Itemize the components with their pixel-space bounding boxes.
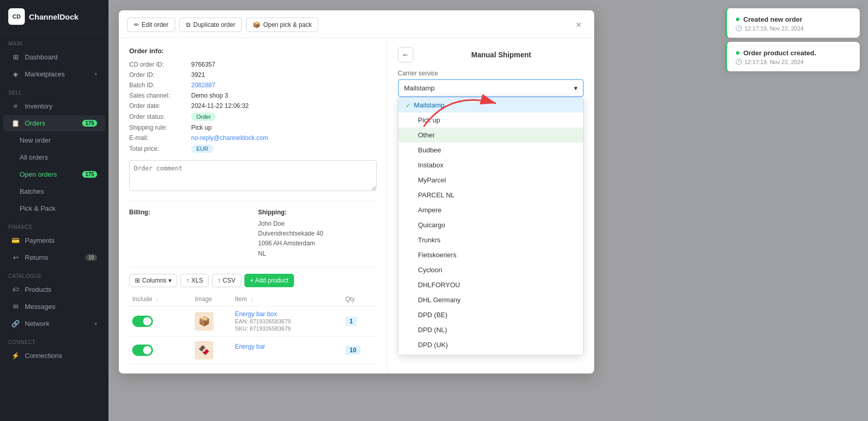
- order-date-value: 2024-11-22 12:06:32: [191, 102, 249, 110]
- carrier-option-fietskoeriers[interactable]: Fietskoeriers: [398, 247, 583, 262]
- carrier-label: MyParcel: [418, 176, 446, 184]
- inventory-icon: ≡: [11, 102, 20, 110]
- payments-icon: 💳: [11, 237, 20, 244]
- carrier-option-ampere[interactable]: Ampere: [398, 202, 583, 217]
- order-id-row: Order ID: 3921: [129, 71, 377, 79]
- sidebar-item-marketplaces[interactable]: ◈ Marketplaces ▾: [3, 66, 105, 82]
- carrier-option-instabox[interactable]: Instabox: [398, 158, 583, 173]
- sidebar-item-network[interactable]: 🔗 Network ▾: [3, 316, 105, 332]
- include-header: Include ↕: [129, 292, 182, 306]
- sidebar-item-payments[interactable]: 💳 Payments: [3, 232, 105, 248]
- order-status-row: Order status: Order: [129, 113, 377, 121]
- batch-id-value[interactable]: 2082887: [191, 82, 215, 89]
- order-info-title: Order info:: [129, 47, 377, 55]
- sidebar-item-pick-pack[interactable]: Pick & Pack: [3, 200, 105, 216]
- open-pick-pack-label: Open pick & pack: [263, 21, 312, 28]
- sidebar-item-connections[interactable]: ⚡ Connections: [3, 348, 105, 364]
- carrier-option-fedex-be[interactable]: Fedex (BE): [398, 352, 583, 355]
- carrier-option-trunkrs[interactable]: Trunkrs: [398, 232, 583, 247]
- email-label: E-mail:: [129, 134, 191, 142]
- logo-text: ChannelDock: [29, 12, 79, 21]
- include-toggle[interactable]: [132, 345, 153, 356]
- sidebar-item-inventory[interactable]: ≡ Inventory: [3, 98, 105, 114]
- order-comment-input[interactable]: [129, 160, 377, 191]
- messages-icon: ✉: [11, 303, 20, 310]
- sidebar-item-orders[interactable]: 📋 Orders 175: [3, 115, 105, 131]
- carrier-option-budbee[interactable]: Budbee: [398, 143, 583, 158]
- csv-button[interactable]: ↑ CSV: [212, 274, 241, 287]
- carrier-option-cycloon[interactable]: Cycloon: [398, 262, 583, 277]
- item-header: Item ↕: [232, 292, 332, 306]
- carrier-label: Instabox: [418, 161, 443, 169]
- open-orders-badge: 175: [82, 171, 97, 178]
- columns-button[interactable]: ⊞ Columns ▾: [129, 274, 177, 287]
- sidebar-item-label: Dashboard: [25, 53, 58, 61]
- email-value[interactable]: no-reply@channeldock.com: [191, 134, 268, 142]
- sidebar-section-catalogue: CATALOGUE: [0, 266, 109, 281]
- csv-icon: ↑: [218, 277, 221, 284]
- xls-button[interactable]: ↑ XLS: [180, 274, 209, 287]
- carrier-label: Other: [418, 131, 435, 139]
- shipping-rule-value: Pick up: [191, 124, 211, 131]
- logo-icon: CD: [8, 8, 25, 25]
- sidebar-item-returns[interactable]: ↩ Returns 10: [3, 250, 105, 266]
- sidebar-item-dashboard[interactable]: ⊞ Dashboard: [3, 49, 105, 65]
- back-button[interactable]: ←: [398, 47, 413, 63]
- clock-icon: 🕐: [735, 58, 742, 65]
- carrier-option-other[interactable]: Other: [398, 128, 583, 143]
- orders-icon: 📋: [11, 119, 20, 127]
- carrier-option-dpd-be[interactable]: DPD (BE): [398, 307, 583, 322]
- carrier-label: Pick up: [418, 116, 440, 124]
- shipping-title: Shipping:: [258, 209, 377, 216]
- sidebar-item-messages[interactable]: ✉ Messages: [3, 299, 105, 315]
- duplicate-order-button[interactable]: ⧉ Duplicate order: [179, 18, 242, 32]
- carrier-option-pickup[interactable]: Pick up: [398, 113, 583, 128]
- product-name[interactable]: Energy bar: [235, 343, 266, 350]
- carrier-label: Ampere: [418, 206, 442, 214]
- sidebar-item-new-order[interactable]: New order: [3, 132, 105, 148]
- carrier-service-label: Carrier service: [398, 70, 584, 77]
- carrier-option-quicargo[interactable]: Quicargo: [398, 217, 583, 232]
- sidebar-item-open-orders[interactable]: Open orders 175: [3, 166, 105, 182]
- include-toggle[interactable]: [132, 316, 153, 327]
- xls-icon: ↑: [186, 277, 189, 284]
- order-panel: Order info: CD order ID: 9766357 Order I…: [119, 38, 388, 373]
- cd-order-id-value: 9766357: [191, 61, 215, 68]
- sidebar-logo: CD ChannelDock: [0, 0, 109, 34]
- sidebar-item-label: Marketplaces: [25, 70, 65, 78]
- sidebar-item-all-orders[interactable]: All orders: [3, 149, 105, 165]
- carrier-option-parcel-nl[interactable]: PARCEL NL: [398, 188, 583, 202]
- add-product-button[interactable]: + Add product: [244, 274, 294, 287]
- edit-order-button[interactable]: ✏ Edit order: [127, 18, 175, 32]
- carrier-dropdown-list[interactable]: ✓MailstampPick upOtherBudbeeInstaboxMyPa…: [398, 97, 584, 355]
- carrier-option-dpd-uk[interactable]: DPD (UK): [398, 337, 583, 352]
- chevron-right-icon: ▾: [95, 71, 97, 77]
- carrier-label: DPD (BE): [418, 311, 447, 319]
- qty-badge: 10: [345, 346, 360, 355]
- open-pick-pack-button[interactable]: 📦 Open pick & pack: [246, 18, 318, 32]
- carrier-option-dpd-nl[interactable]: DPD (NL): [398, 322, 583, 337]
- sidebar-item-products[interactable]: 🏷 Products: [3, 282, 105, 298]
- success-icon: ●: [735, 14, 740, 24]
- notif-header: ● Created new order: [735, 14, 851, 24]
- sidebar-item-batches[interactable]: Batches: [3, 183, 105, 199]
- billing-title: Billing:: [129, 209, 248, 216]
- modal-header: ✏ Edit order ⧉ Duplicate order 📦 Open pi…: [119, 10, 594, 38]
- carrier-dropdown-trigger[interactable]: Mailstamp ▾: [398, 79, 584, 97]
- sidebar-item-label: Open orders: [20, 170, 57, 178]
- add-product-label: + Add product: [250, 277, 288, 284]
- edit-order-label: Edit order: [142, 21, 168, 28]
- product-name[interactable]: Energy bar box: [235, 310, 277, 318]
- carrier-option-dhl-germany[interactable]: DHL Germany: [398, 292, 583, 307]
- carrier-option-dhlforyou[interactable]: DHLFORYOU: [398, 277, 583, 292]
- carrier-label: DHLFORYOU: [418, 281, 460, 289]
- carrier-label: Mailstamp: [414, 101, 444, 109]
- qty-badge: 1: [345, 317, 357, 326]
- batch-id-label: Batch ID:: [129, 82, 191, 89]
- sidebar-item-label: Returns: [25, 254, 49, 261]
- carrier-option-myparcel[interactable]: MyParcel: [398, 173, 583, 188]
- modal-close-button[interactable]: ×: [571, 18, 586, 32]
- carrier-label: PARCEL NL: [418, 191, 455, 199]
- carrier-label: Trunkrs: [418, 236, 441, 244]
- carrier-option-mailstamp[interactable]: ✓Mailstamp: [398, 98, 583, 113]
